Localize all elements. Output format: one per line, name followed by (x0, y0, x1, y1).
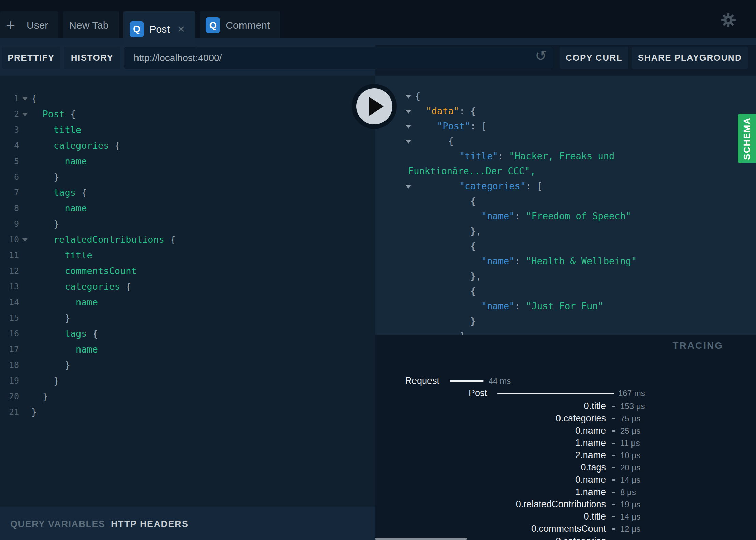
trace-row-request: Request44 ms (375, 376, 756, 386)
share-playground-button[interactable]: SHARE PLAYGROUND (632, 47, 748, 69)
json-text: "name": "Freedom of Speech" (375, 209, 756, 224)
tab-comment[interactable]: QComment (200, 11, 280, 39)
fold-column (19, 389, 31, 404)
code-token: name (31, 297, 98, 308)
fold-column (19, 91, 31, 106)
json-token: { (415, 241, 476, 251)
tab-new-tab[interactable]: New Tab (63, 11, 119, 39)
response-row: Funktionäre...Der CCC", (375, 164, 756, 179)
fold-arrow-icon[interactable] (22, 113, 28, 116)
query-editor[interactable]: 1{2 Post {3 title4 categories {5 name6 }… (0, 76, 375, 507)
close-tab-icon[interactable]: ✕ (177, 24, 185, 35)
json-text: } (375, 314, 756, 329)
editor-bottom-bar: QUERY VARIABLES HTTP HEADERS (0, 507, 375, 540)
trace-label: 1.name (375, 438, 606, 448)
fold-arrow-icon[interactable] (22, 238, 28, 242)
json-text: ] (375, 329, 756, 335)
query-editor-lines: 1{2 Post {3 title4 categories {5 name6 }… (0, 91, 375, 420)
code-text: title (31, 122, 81, 138)
code-token: { (81, 187, 87, 198)
code-token: commentsCount (31, 266, 137, 276)
json-text: "title": "Hacker, Freaks und (375, 149, 756, 164)
response-row: }, (375, 269, 756, 284)
settings-gear-icon[interactable] (721, 12, 736, 28)
trace-value: 44 ms (489, 377, 511, 386)
fold-column (19, 263, 31, 279)
trace-label: Request (375, 376, 439, 386)
query-editor-line: 5 name (0, 153, 375, 169)
query-variables-tab[interactable]: QUERY VARIABLES (10, 519, 105, 529)
prettify-button[interactable]: PRETTIFY (2, 47, 60, 69)
trace-dash (612, 455, 615, 456)
tab-post[interactable]: QPost✕ (123, 11, 195, 47)
response-row: "data": { (375, 104, 756, 119)
json-token: ] (415, 331, 465, 335)
fold-arrow-icon[interactable] (405, 185, 411, 189)
fold-column (19, 200, 31, 216)
json-token: : [ (470, 121, 487, 131)
fold-arrow-icon[interactable] (405, 140, 411, 144)
query-editor-line: 11 title (0, 247, 375, 263)
code-token: title (31, 250, 92, 260)
trace-label: 0.title (375, 511, 606, 522)
trace-value: 8 μs (620, 488, 636, 497)
tracing-toggle[interactable]: TRACING (672, 340, 723, 351)
query-editor-line: 1{ (0, 91, 375, 106)
trace-label: 0.name (375, 425, 606, 436)
code-token: Post (31, 109, 70, 119)
history-button[interactable]: HISTORY (64, 47, 120, 69)
code-token: title (31, 124, 81, 135)
query-editor-line: 8 name (0, 200, 375, 216)
query-editor-line: 14 name (0, 295, 375, 310)
json-text: }, (375, 269, 756, 284)
json-token: "Hacker, Freaks und (509, 151, 614, 161)
json-token: "title" (415, 151, 498, 161)
query-badge: Q (206, 17, 220, 33)
code-text: } (31, 373, 59, 389)
fold-arrow-icon[interactable] (405, 125, 411, 129)
code-text: tags { (31, 185, 87, 200)
json-token: "Freedom of Speech" (526, 211, 631, 221)
new-tab-button[interactable]: + (0, 11, 21, 39)
http-headers-tab[interactable]: HTTP HEADERS (111, 519, 189, 529)
tracing-scrollbar[interactable] (375, 538, 467, 540)
endpoint-url-input[interactable] (124, 47, 554, 69)
trace-value: 167 ms (618, 389, 645, 398)
trace-row-field: 0.title14 μs (375, 511, 756, 522)
trace-label: Post (375, 388, 487, 398)
code-text: title (31, 247, 92, 263)
execute-query-button[interactable] (352, 84, 397, 129)
code-text: name (31, 153, 87, 169)
trace-value: 153 μs (620, 402, 645, 411)
trace-row-field: 1.name11 μs (375, 438, 756, 448)
code-text: tags { (31, 326, 98, 342)
schema-tab-label: SCHEMA (742, 117, 752, 160)
code-token: relatedContributions (31, 234, 170, 245)
json-text: "name": "Health & Wellbeing" (375, 254, 756, 269)
code-text: } (31, 389, 48, 404)
code-text: categories { (31, 138, 120, 153)
tab-label: Comment (226, 19, 270, 31)
schema-tab-button[interactable]: SCHEMA (738, 114, 756, 163)
trace-label: 0.title (375, 401, 606, 411)
code-token: name (31, 156, 87, 166)
trace-value: 25 μs (620, 426, 640, 435)
trace-label: 2.name (375, 450, 606, 460)
trace-dash (612, 492, 615, 493)
trace-row-field: 0.relatedContributions19 μs (375, 499, 756, 509)
line-number: 11 (0, 247, 19, 263)
fold-column (19, 295, 31, 310)
copy-curl-button[interactable]: COPY CURL (560, 47, 628, 69)
json-text: { (375, 239, 756, 254)
response-row: "categories": [ (375, 179, 756, 194)
tab-label: User (27, 19, 48, 31)
json-token: : (515, 301, 526, 311)
code-token: } (31, 391, 48, 402)
trace-bar (497, 393, 614, 394)
refresh-schema-icon[interactable]: ↺ (535, 49, 547, 63)
fold-arrow-icon[interactable] (22, 97, 28, 101)
trace-label: 0.name (375, 475, 606, 485)
fold-arrow-icon[interactable] (405, 110, 411, 114)
trace-dash (612, 528, 615, 530)
fold-arrow-icon[interactable] (405, 95, 411, 99)
